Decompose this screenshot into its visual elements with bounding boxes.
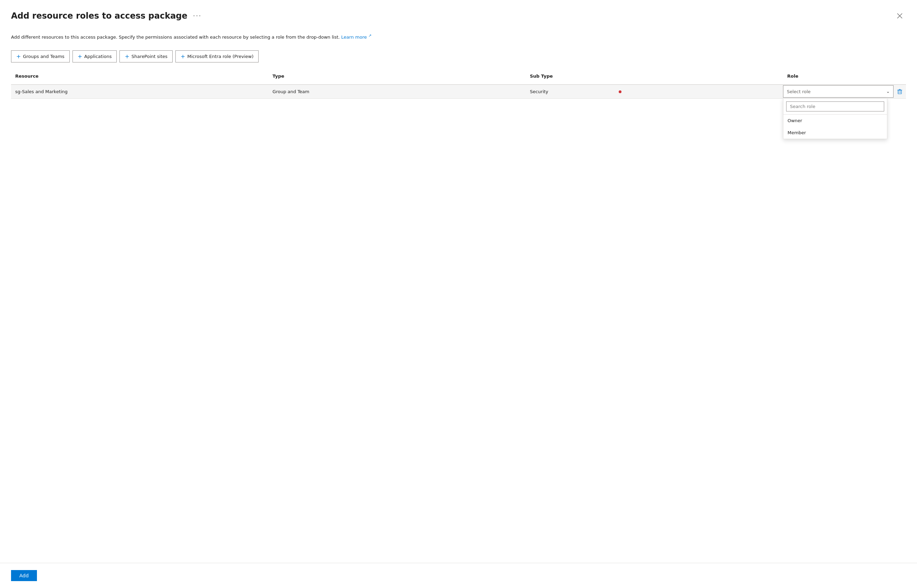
- groups-teams-button[interactable]: + Groups and Teams: [11, 50, 70, 63]
- dropdown-item-member[interactable]: Member: [783, 127, 887, 139]
- toolbar: + Groups and Teams + Applications + Shar…: [11, 50, 906, 63]
- dropdown-search-area: [783, 99, 887, 115]
- search-role-input[interactable]: [786, 102, 884, 111]
- header-type: Type: [268, 71, 526, 81]
- learn-more-link[interactable]: Learn more ↗: [341, 34, 372, 40]
- groups-teams-label: Groups and Teams: [23, 54, 64, 59]
- entra-label: Microsoft Entra role (Preview): [187, 54, 254, 59]
- plus-icon: +: [78, 53, 82, 60]
- dialog-title: Add resource roles to access package: [11, 11, 188, 21]
- entra-role-button[interactable]: + Microsoft Entra role (Preview): [175, 50, 259, 63]
- svg-rect-0: [898, 90, 901, 94]
- delete-row-button[interactable]: [894, 85, 906, 98]
- role-select-wrapper: Select role ⌄ Owner Member: [783, 85, 894, 98]
- description-text: Add different resources to this access p…: [11, 33, 906, 41]
- delete-cell: [894, 85, 906, 98]
- sharepoint-label: SharePoint sites: [131, 54, 167, 59]
- dialog-title-area: Add resource roles to access package ···: [11, 11, 202, 21]
- dropdown-item-owner[interactable]: Owner: [783, 115, 887, 127]
- external-link-icon: ↗: [369, 34, 372, 38]
- table-row: sg-Sales and Marketing Group and Team Se…: [11, 85, 906, 99]
- header-sub-type: Sub Type: [526, 71, 783, 81]
- table-header: Resource Type Sub Type Role: [11, 71, 906, 85]
- resource-name: sg-Sales and Marketing: [11, 85, 268, 99]
- plus-icon: +: [125, 53, 129, 60]
- resource-sub-type: Security: [526, 85, 783, 99]
- loading-indicator: [619, 90, 621, 93]
- sharepoint-sites-button[interactable]: + SharePoint sites: [120, 50, 173, 63]
- add-resource-roles-dialog: Add resource roles to access package ···…: [0, 0, 917, 588]
- applications-button[interactable]: + Applications: [73, 50, 117, 63]
- header-role: Role: [783, 71, 894, 81]
- close-icon: [897, 13, 902, 19]
- role-select-trigger[interactable]: Select role ⌄: [783, 85, 894, 98]
- close-button[interactable]: [894, 10, 906, 22]
- dialog-footer: Add: [0, 563, 917, 588]
- resource-type: Group and Team: [268, 85, 526, 99]
- header-actions: [894, 71, 906, 81]
- resource-table: Resource Type Sub Type Role sg-Sales and…: [11, 71, 906, 588]
- applications-label: Applications: [84, 54, 112, 59]
- plus-icon: +: [16, 53, 21, 60]
- chevron-down-icon: ⌄: [886, 89, 890, 94]
- role-dropdown-menu: Owner Member: [783, 99, 887, 139]
- header-resource: Resource: [11, 71, 268, 81]
- more-options-icon[interactable]: ···: [193, 12, 202, 20]
- trash-icon: [897, 89, 902, 94]
- select-role-placeholder: Select role: [787, 89, 811, 94]
- add-button[interactable]: Add: [11, 570, 37, 581]
- role-cell: Select role ⌄ Owner Member: [783, 85, 894, 98]
- dialog-header: Add resource roles to access package ···: [11, 10, 906, 22]
- plus-icon: +: [181, 53, 185, 60]
